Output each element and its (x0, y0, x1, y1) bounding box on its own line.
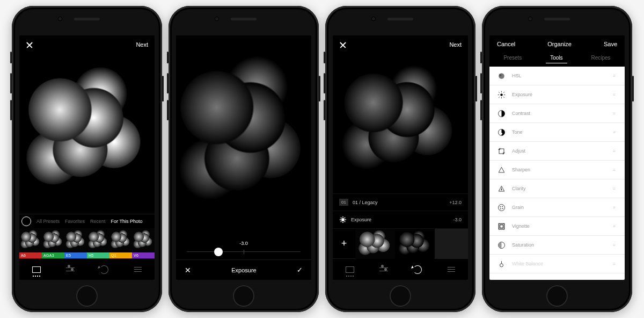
slider-knob[interactable] (214, 248, 223, 256)
recipe-thumb-current[interactable] (395, 229, 435, 259)
preset-name-label: 01 / Legacy (353, 200, 378, 205)
photo-preview[interactable] (176, 35, 311, 241)
home-button[interactable] (390, 285, 411, 307)
drag-handle-icon[interactable]: ≡ (613, 205, 617, 210)
home-button[interactable] (76, 285, 98, 307)
next-button[interactable]: Next (449, 41, 462, 48)
tool-row-sharpen[interactable]: Sharpen≡ (489, 161, 625, 179)
phone-4: Cancel Organize Save Presets Tools Recip… (482, 6, 632, 312)
drag-handle-icon[interactable]: ≡ (613, 262, 617, 266)
preset-a6[interactable]: A6 (19, 228, 42, 258)
history-icon[interactable] (413, 265, 422, 274)
organize-icon[interactable] (133, 265, 143, 274)
preset-category-tabs: All Presets Favorites Recent For This Ph… (19, 214, 155, 228)
bottom-toolbar (19, 258, 155, 280)
edit-row-preset[interactable]: 01 01 / Legacy +12.0 (333, 193, 468, 211)
drag-handle-icon[interactable]: ≡ (613, 149, 617, 154)
contrast-icon (497, 109, 506, 118)
confirm-adjust-button[interactable]: ✓ (297, 266, 303, 274)
drag-handle-icon[interactable]: ≡ (613, 74, 617, 78)
tool-label: Exposure (512, 92, 606, 97)
save-button[interactable]: Save (604, 41, 617, 47)
preset-strip[interactable]: A6AGA3E5H5Q1V6 (19, 228, 155, 258)
tab-for-this-photo[interactable]: For This Photo (111, 219, 143, 224)
drag-handle-icon[interactable]: ≡ (613, 243, 617, 248)
svg-rect-28 (499, 223, 504, 229)
tab-tools[interactable]: Tools (546, 53, 567, 63)
grain-icon (497, 203, 506, 212)
preset-v6[interactable]: V6 (132, 228, 155, 258)
tool-row-vignette[interactable]: Vignette≡ (489, 217, 625, 236)
preset-h5[interactable]: H5 (87, 228, 109, 258)
svg-point-31 (500, 263, 503, 266)
drag-handle-icon[interactable]: ≡ (613, 111, 617, 116)
home-button[interactable] (546, 285, 568, 307)
close-icon[interactable] (339, 41, 347, 48)
tool-row-contrast[interactable]: Contrast≡ (489, 104, 625, 123)
tool-name-label: Exposure (231, 267, 256, 273)
screen-exposure-slider: -3.0 ✕ Exposure ✓ (176, 35, 311, 280)
tool-row-hsl[interactable]: HSL≡ (489, 67, 625, 85)
tab-favorites[interactable]: Favorites (65, 219, 85, 224)
tool-label: HSL (512, 73, 606, 78)
tool-label: Contrast (512, 111, 606, 116)
tool-row-tone[interactable]: Tone≡ (489, 123, 625, 142)
screen-organize-tools: Cancel Organize Save Presets Tools Recip… (489, 35, 625, 280)
slider-track[interactable] (187, 251, 301, 252)
preset-thumb (132, 228, 155, 252)
drag-handle-icon[interactable]: ≡ (613, 186, 617, 191)
tool-row-adjust[interactable]: Adjust≡ (489, 142, 625, 161)
svg-point-27 (500, 208, 501, 209)
tool-row-white-balance[interactable]: White Balance≡ (489, 255, 625, 273)
clarity-icon (497, 184, 506, 193)
preset-q1[interactable]: Q1 (109, 228, 132, 258)
preset-label: A6 (19, 252, 42, 258)
edit-icon[interactable] (379, 265, 389, 274)
close-icon[interactable] (26, 41, 33, 48)
phone-lineup: Next All Presets Favorites Recent For Th… (12, 6, 632, 312)
svg-line-7 (499, 92, 500, 93)
edit-name-label: Exposure (351, 217, 371, 222)
saturation-icon (497, 241, 506, 249)
tab-recent[interactable]: Recent (90, 219, 106, 224)
tab-all-presets[interactable]: All Presets (36, 219, 60, 224)
photo-preview[interactable] (19, 54, 155, 214)
edit-icon[interactable] (65, 265, 75, 274)
tab-recipes[interactable]: Recipes (587, 53, 614, 63)
add-recipe-button[interactable]: + (333, 229, 355, 259)
presets-icon[interactable] (345, 265, 355, 274)
preset-label: AGA3 (42, 252, 64, 258)
tool-row-exposure[interactable]: Exposure≡ (489, 85, 625, 104)
cancel-adjust-button[interactable]: ✕ (185, 266, 191, 274)
photo-preview[interactable] (333, 54, 468, 193)
cancel-button[interactable]: Cancel (497, 41, 515, 47)
next-button[interactable]: Next (136, 41, 148, 48)
slider-value: -3.0 (187, 241, 301, 246)
home-button[interactable] (233, 285, 254, 307)
drag-handle-icon[interactable]: ≡ (613, 224, 617, 229)
drag-handle-icon[interactable]: ≡ (613, 130, 617, 135)
edit-row-exposure[interactable]: Exposure -3.0 (333, 211, 468, 228)
tab-presets[interactable]: Presets (499, 53, 526, 63)
white-balance-icon (497, 259, 506, 268)
drag-handle-icon[interactable]: ≡ (613, 168, 617, 172)
drag-handle-icon[interactable]: ≡ (613, 92, 617, 97)
svg-point-24 (500, 206, 500, 207)
preset-aga3[interactable]: AGA3 (42, 228, 64, 258)
recipe-thumb-original[interactable] (355, 229, 395, 259)
presets-icon[interactable] (32, 265, 41, 274)
tool-list[interactable]: HSL≡Exposure≡Contrast≡Tone≡Adjust≡Sharpe… (489, 67, 625, 280)
organize-icon[interactable] (447, 265, 456, 274)
history-icon[interactable] (99, 265, 109, 274)
preset-label: H5 (87, 252, 109, 258)
preset-e5[interactable]: E5 (64, 228, 87, 258)
tool-row-saturation[interactable]: Saturation≡ (489, 236, 625, 255)
recipe-thumb-empty (435, 229, 468, 259)
tool-label: Grain (512, 205, 606, 210)
tool-label: Vignette (512, 223, 606, 229)
svg-point-23 (498, 204, 504, 211)
preset-thumb (87, 228, 109, 252)
favorites-circle-icon[interactable] (21, 216, 31, 226)
tool-row-grain[interactable]: Grain≡ (489, 198, 625, 217)
tool-row-clarity[interactable]: Clarity≡ (489, 179, 625, 198)
